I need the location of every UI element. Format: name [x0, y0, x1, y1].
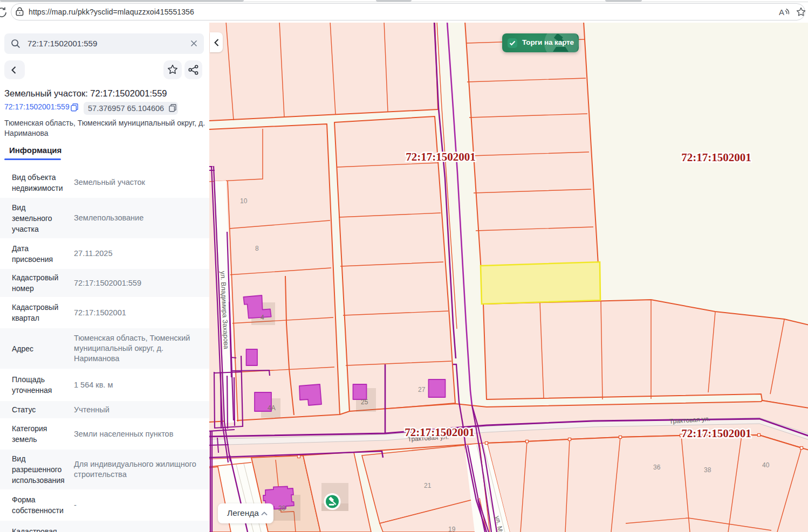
svg-text:A: A — [779, 8, 784, 17]
svg-text:4: 4 — [261, 314, 264, 321]
svg-text:27: 27 — [418, 386, 426, 393]
svg-text:4А: 4А — [268, 404, 276, 412]
svg-text:38: 38 — [704, 466, 711, 474]
svg-text:40: 40 — [762, 461, 770, 469]
svg-text:28: 28 — [278, 505, 286, 512]
svg-text:72:17:1502001: 72:17:1502001 — [405, 426, 475, 439]
svg-text:72:17:1502001: 72:17:1502001 — [681, 151, 751, 164]
svg-text:72:17:1502001: 72:17:1502001 — [681, 427, 751, 440]
svg-text:19: 19 — [448, 526, 456, 532]
svg-text:72:17:1502001: 72:17:1502001 — [406, 150, 476, 163]
svg-text:8: 8 — [255, 245, 259, 252]
svg-text:36: 36 — [653, 464, 661, 471]
svg-text:10: 10 — [240, 197, 248, 205]
svg-text:21: 21 — [424, 482, 432, 489]
svg-text:25: 25 — [361, 398, 368, 406]
